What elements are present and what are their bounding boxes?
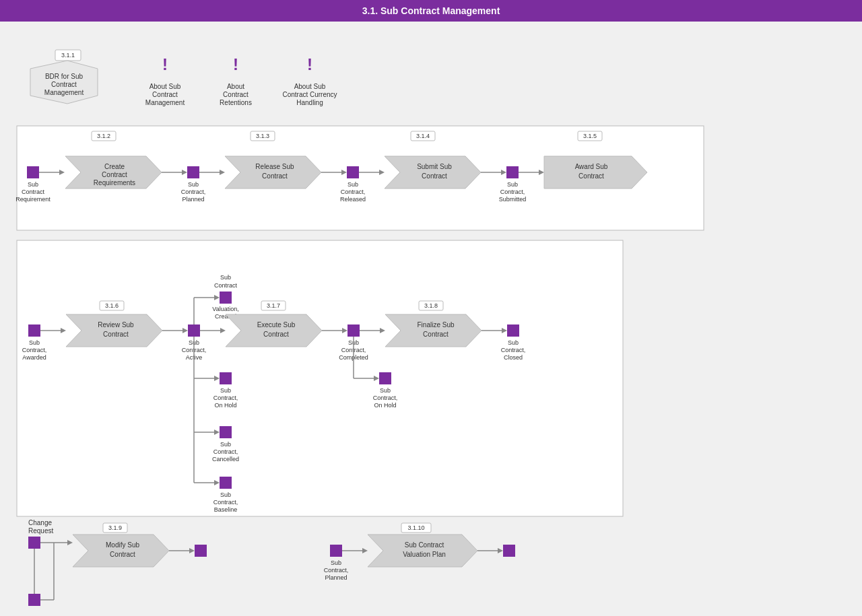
svg-text:Sub: Sub	[347, 181, 358, 188]
svg-marker-139	[362, 548, 368, 553]
svg-text:Cancelled: Cancelled	[212, 456, 239, 463]
svg-text:Planned: Planned	[182, 196, 204, 203]
diagram-area: 3.1.1 BDR for Sub Contract Management ! …	[0, 22, 862, 607]
svg-text:Contract,: Contract,	[501, 347, 526, 353]
svg-text:Contract,: Contract,	[500, 189, 525, 195]
svg-text:Sub: Sub	[220, 441, 231, 448]
exclamation-3: !	[307, 55, 312, 73]
svg-text:Contract,: Contract,	[341, 189, 366, 195]
svg-text:Retentions: Retentions	[220, 99, 252, 106]
svg-text:Request: Request	[28, 527, 53, 535]
svg-text:Review Sub: Review Sub	[98, 321, 134, 329]
svg-text:Sub: Sub	[28, 181, 38, 188]
svg-text:Contract: Contract	[51, 81, 77, 88]
svg-text:Sub: Sub	[331, 559, 341, 566]
svg-text:Valuation Plan: Valuation Plan	[403, 551, 446, 558]
state-2	[187, 166, 199, 178]
svg-text:Handling: Handling	[296, 99, 323, 106]
svg-text:3.1.6: 3.1.6	[105, 302, 119, 309]
svg-text:Create: Create	[104, 163, 125, 170]
state-baseline	[220, 477, 232, 489]
svg-text:Contract Currency: Contract Currency	[282, 91, 337, 98]
state-contract-change-order	[28, 594, 40, 606]
svg-text:Baseline: Baseline	[214, 506, 238, 513]
svg-text:Sub: Sub	[188, 181, 199, 188]
svg-text:Management: Management	[44, 89, 84, 96]
svg-text:Closed: Closed	[504, 354, 523, 361]
svg-text:Planned: Planned	[325, 574, 347, 581]
svg-text:Sub: Sub	[380, 387, 391, 394]
svg-text:3.1.3: 3.1.3	[256, 133, 269, 139]
svg-text:Contract,: Contract,	[213, 499, 238, 506]
svg-text:Finalize Sub: Finalize Sub	[417, 321, 454, 329]
svg-text:Contract: Contract	[214, 282, 238, 289]
svg-text:Sub: Sub	[508, 339, 519, 346]
svg-text:Management: Management	[145, 99, 185, 106]
svg-text:Sub: Sub	[29, 339, 40, 346]
svg-text:Contract: Contract	[262, 172, 288, 180]
svg-text:Valuation,: Valuation,	[212, 306, 238, 312]
state-1	[27, 166, 39, 178]
svg-text:Contract,: Contract,	[213, 395, 238, 401]
state-valuation-created	[220, 292, 232, 304]
svg-text:Sub: Sub	[220, 387, 231, 394]
state-planned-3110	[330, 545, 342, 557]
state-change-request	[28, 537, 40, 549]
state-4	[506, 166, 519, 178]
state-closed	[507, 324, 519, 337]
svg-marker-126	[67, 540, 73, 545]
state-final-3110	[503, 545, 515, 557]
svg-text:Execute Sub: Execute Sub	[257, 321, 296, 329]
svg-text:Awarded: Awarded	[22, 354, 46, 361]
state-after-modify	[195, 545, 207, 557]
svg-text:Contract: Contract	[22, 189, 45, 195]
svg-text:3.1.4: 3.1.4	[416, 133, 430, 139]
svg-text:Contract,: Contract,	[373, 395, 398, 401]
svg-text:Contract,: Contract,	[22, 347, 47, 353]
exclamation-2: !	[233, 55, 238, 73]
svg-text:Contract,: Contract,	[213, 448, 238, 455]
svg-text:3.1.10: 3.1.10	[407, 524, 424, 531]
page-title: 3.1. Sub Contract Management	[362, 5, 500, 16]
state-completed	[347, 324, 360, 337]
state-active	[188, 324, 200, 337]
svg-text:Contract: Contract	[423, 331, 449, 338]
svg-text:3.1.2: 3.1.2	[97, 133, 110, 139]
svg-text:Sub: Sub	[220, 491, 231, 498]
svg-text:On Hold: On Hold	[214, 402, 236, 409]
about-label-3: About Sub	[294, 83, 326, 90]
change-request-label: Change	[28, 519, 52, 526]
svg-text:Sub: Sub	[507, 181, 518, 188]
state-awarded	[28, 324, 40, 337]
svg-text:Contract: Contract	[578, 172, 604, 180]
svg-text:Modify Sub: Modify Sub	[106, 541, 139, 549]
svg-text:Contract,: Contract,	[181, 189, 206, 195]
state-completed-onhold	[379, 372, 391, 384]
exclamation-1: !	[162, 55, 168, 73]
about-label-1: About Sub	[150, 83, 181, 90]
svg-marker-143	[498, 548, 503, 553]
about-label-2: About	[227, 83, 244, 90]
svg-text:Submit Sub: Submit Sub	[417, 163, 452, 170]
svg-text:Submitted: Submitted	[499, 196, 527, 203]
title-bar: 3.1. Sub Contract Management	[0, 0, 862, 22]
svg-text:Contract: Contract	[223, 91, 248, 98]
svg-text:3.1.9: 3.1.9	[108, 524, 122, 531]
svg-text:Release Sub: Release Sub	[255, 163, 294, 170]
page-container: { "title": "3.1. Sub Contract Management…	[0, 0, 862, 616]
svg-text:Contract: Contract	[103, 331, 129, 338]
bdr-badge: 3.1.1	[61, 52, 75, 59]
svg-text:Contract,: Contract,	[324, 567, 349, 574]
flow2-box	[17, 240, 623, 516]
svg-text:Requirement: Requirement	[15, 196, 51, 203]
svg-text:Award Sub: Award Sub	[575, 163, 608, 170]
svg-text:Requirements: Requirements	[94, 179, 135, 186]
svg-marker-132	[189, 548, 195, 553]
svg-text:Contract: Contract	[263, 331, 289, 338]
svg-text:Released: Released	[340, 196, 366, 203]
svg-text:Contract: Contract	[422, 172, 447, 180]
svg-text:Contract: Contract	[102, 171, 127, 178]
main-diagram: 3.1.1 BDR for Sub Contract Management ! …	[0, 22, 862, 607]
svg-text:3.1.8: 3.1.8	[424, 302, 438, 309]
state-3	[347, 166, 359, 178]
